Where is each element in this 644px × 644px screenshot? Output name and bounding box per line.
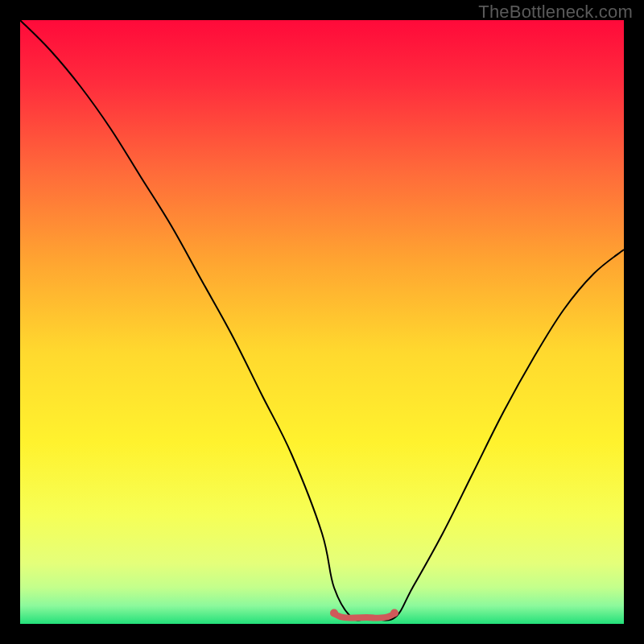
watermark-text: TheBottleneck.com	[478, 2, 633, 23]
valley-endpoint-left	[330, 609, 338, 617]
curve-layer	[20, 20, 624, 624]
valley-band	[334, 613, 394, 618]
bottleneck-curve	[20, 20, 624, 621]
chart-frame: TheBottleneck.com	[0, 0, 644, 644]
valley-endpoint-right	[390, 609, 398, 617]
plot-area	[20, 20, 624, 624]
